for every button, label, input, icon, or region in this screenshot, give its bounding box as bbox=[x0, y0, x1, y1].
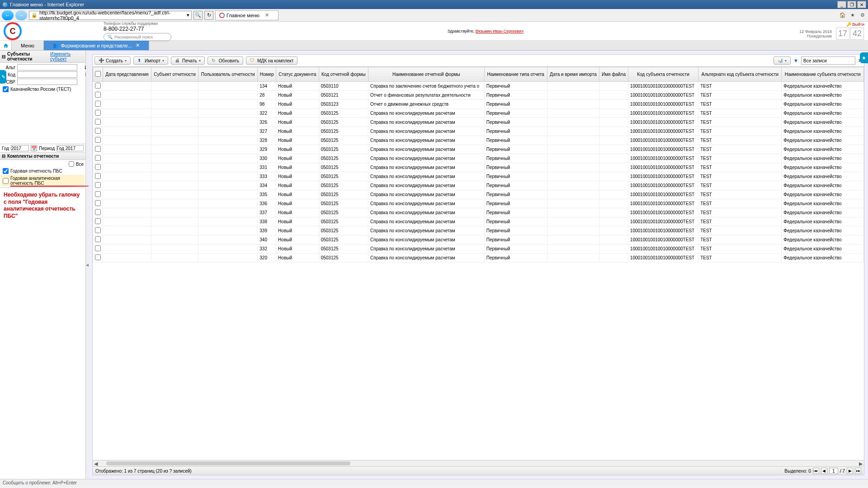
table-row[interactable]: 320Новый0503125Справка по консолидируемы… bbox=[93, 253, 864, 263]
collapse-icon[interactable]: ⊟ bbox=[2, 54, 5, 59]
set-checkbox-1[interactable] bbox=[3, 178, 9, 184]
home-tab[interactable] bbox=[0, 41, 12, 50]
col-header[interactable]: Пользователь отчетности bbox=[198, 67, 258, 82]
table-row[interactable]: 333Новый0503125Справка по консолидируемы… bbox=[93, 172, 864, 181]
tab-close-icon[interactable]: ✕ bbox=[136, 42, 140, 48]
table-row[interactable]: 337Новый0503125Справка по консолидируемы… bbox=[93, 208, 864, 217]
table-row[interactable]: 98Новый0503123Отчет о движении денежных … bbox=[93, 100, 864, 109]
period-input[interactable] bbox=[57, 145, 84, 151]
row-checkbox[interactable] bbox=[95, 146, 101, 152]
tools-icon[interactable]: ⚙ bbox=[859, 12, 866, 19]
row-checkbox[interactable] bbox=[95, 119, 101, 125]
row-checkbox[interactable] bbox=[95, 164, 101, 170]
page-first[interactable]: ⏮ bbox=[813, 468, 819, 474]
row-checkbox[interactable] bbox=[95, 191, 101, 197]
table-row[interactable]: 327Новый0503125Справка по консолидируемы… bbox=[93, 127, 864, 136]
row-checkbox[interactable] bbox=[95, 200, 101, 206]
row-checkbox[interactable] bbox=[95, 101, 101, 107]
col-header[interactable] bbox=[93, 67, 103, 82]
table-row[interactable]: 331Новый0503125Справка по консолидируемы… bbox=[93, 163, 864, 172]
tree-root-checkbox[interactable] bbox=[3, 86, 9, 92]
close-button[interactable]: ✕ bbox=[857, 1, 866, 8]
table-row[interactable]: 334Новый0503125Справка по консолидируемы… bbox=[93, 181, 864, 190]
row-checkbox[interactable] bbox=[95, 182, 101, 188]
year-picker-icon[interactable]: 📅 bbox=[31, 145, 37, 151]
svr-input[interactable] bbox=[17, 79, 77, 85]
page-prev[interactable]: ◀ bbox=[821, 468, 827, 474]
table-row[interactable]: 335Новый0503125Справка по консолидируемы… bbox=[93, 190, 864, 199]
mdk-button[interactable]: 🛡МДК на комплект bbox=[246, 56, 297, 65]
col-header[interactable]: Дата и время импорта bbox=[547, 67, 599, 82]
col-header[interactable]: Дата представления bbox=[103, 67, 151, 82]
table-row[interactable]: 322Новый0503125Справка по консолидируемы… bbox=[93, 109, 864, 118]
row-checkbox[interactable] bbox=[95, 173, 101, 179]
import-button[interactable]: ⬆Импорт▾ bbox=[133, 56, 168, 65]
table-row[interactable]: 330Новый0503125Справка по консолидируемы… bbox=[93, 154, 864, 163]
row-checkbox[interactable] bbox=[95, 254, 101, 260]
set-checkbox-0[interactable] bbox=[3, 168, 9, 174]
table-row[interactable]: 340Новый0503125Справка по консолидируемы… bbox=[93, 235, 864, 244]
row-checkbox[interactable] bbox=[95, 128, 101, 134]
table-row[interactable]: 329Новый0503125Справка по консолидируемы… bbox=[93, 145, 864, 154]
sets-header[interactable]: ⊟ Комплекты отчетности bbox=[0, 153, 85, 160]
row-checkbox[interactable] bbox=[95, 92, 101, 98]
active-tab[interactable]: 👥 Формирование и представле... ✕ bbox=[44, 41, 149, 50]
home-icon[interactable]: 🏠 bbox=[839, 12, 846, 19]
col-header[interactable]: Наименование типа отчета bbox=[484, 67, 547, 82]
table-row[interactable]: 28Новый0503121Отчет о финансовых результ… bbox=[93, 91, 864, 100]
select-all-checkbox[interactable] bbox=[95, 71, 101, 77]
table-row[interactable]: 326Новый0503125Справка по консолидируемы… bbox=[93, 118, 864, 127]
extended-search[interactable]: Расширенный поиск bbox=[104, 33, 171, 41]
table-row[interactable]: 338Новый0503125Справка по консолидируемы… bbox=[93, 217, 864, 226]
col-header[interactable]: Код отчетной формы bbox=[319, 67, 368, 82]
exit-link[interactable]: Выйти bbox=[852, 22, 864, 27]
alt-input[interactable] bbox=[17, 64, 77, 70]
row-checkbox[interactable] bbox=[95, 137, 101, 143]
filter-input[interactable] bbox=[801, 56, 855, 65]
maximize-button[interactable]: ❐ bbox=[847, 1, 856, 8]
row-checkbox[interactable] bbox=[95, 227, 101, 233]
page-last[interactable]: ⏭ bbox=[855, 468, 861, 474]
table-row[interactable]: 328Новый0503125Справка по консолидируемы… bbox=[93, 136, 864, 145]
page-input[interactable] bbox=[829, 468, 838, 474]
favorites-icon[interactable]: ★ bbox=[849, 12, 856, 19]
tab-close-icon[interactable]: ✕ bbox=[265, 12, 269, 18]
col-header[interactable]: Наименование субъекта отчетности bbox=[782, 67, 864, 82]
refresh-button[interactable]: ↻Обновить bbox=[208, 56, 243, 65]
all-checkbox[interactable] bbox=[69, 161, 74, 167]
create-button[interactable]: ➕Создать▾ bbox=[94, 56, 131, 65]
print-button[interactable]: 🖨Печать▾ bbox=[171, 56, 205, 65]
row-checkbox[interactable] bbox=[95, 209, 101, 215]
refresh-button[interactable]: ↻ bbox=[204, 11, 213, 20]
change-subject-link[interactable]: Изменить субъект bbox=[50, 52, 84, 61]
h-scrollbar[interactable]: ◀ ▶ bbox=[92, 460, 864, 467]
col-header[interactable]: Статус документа bbox=[276, 67, 319, 82]
filter-icon[interactable]: ▼ bbox=[793, 58, 798, 63]
set-item-0[interactable]: Годовая отчетность ПБС bbox=[1, 167, 85, 175]
table-row[interactable]: 134Новый0503110Справка по заключению сче… bbox=[93, 82, 864, 91]
user-link[interactable]: Вязьмин Иван Сергеевич bbox=[476, 29, 524, 33]
col-header[interactable]: Номер bbox=[258, 67, 276, 82]
row-checkbox[interactable] bbox=[95, 236, 101, 242]
table-row[interactable]: 339Новый0503125Справка по консолидируемы… bbox=[93, 226, 864, 235]
col-header[interactable]: Альтернатн код субъекта отчетности bbox=[698, 67, 782, 82]
table-row[interactable]: 336Новый0503125Справка по консолидируемы… bbox=[93, 199, 864, 208]
row-checkbox[interactable] bbox=[95, 245, 101, 251]
row-checkbox[interactable] bbox=[95, 83, 101, 89]
col-header[interactable]: Субъект отчетности bbox=[151, 67, 198, 82]
scroll-left-icon[interactable]: ◀ bbox=[93, 460, 99, 467]
search-button[interactable]: 🔍 bbox=[193, 11, 203, 20]
kod-input[interactable] bbox=[17, 71, 77, 78]
menu-tab[interactable]: Меню bbox=[12, 41, 44, 50]
year-input[interactable] bbox=[11, 145, 29, 151]
minimize-button[interactable]: _ bbox=[837, 1, 846, 8]
side-notch-icon[interactable]: ✎ bbox=[0, 70, 6, 84]
back-button[interactable]: ← bbox=[2, 10, 14, 20]
browser-tab[interactable]: Главное меню ✕ bbox=[215, 10, 278, 20]
subjects-header[interactable]: ⊟ Субъекты отчетности Изменить субъект bbox=[0, 51, 85, 63]
tree-root[interactable]: Казначейство России (ТЕСТ) bbox=[1, 85, 85, 93]
star-notch-icon[interactable]: ★ bbox=[860, 52, 868, 63]
page-next[interactable]: ▶ bbox=[847, 468, 853, 474]
row-checkbox[interactable] bbox=[95, 155, 101, 161]
col-header[interactable]: Имя файла bbox=[599, 67, 628, 82]
